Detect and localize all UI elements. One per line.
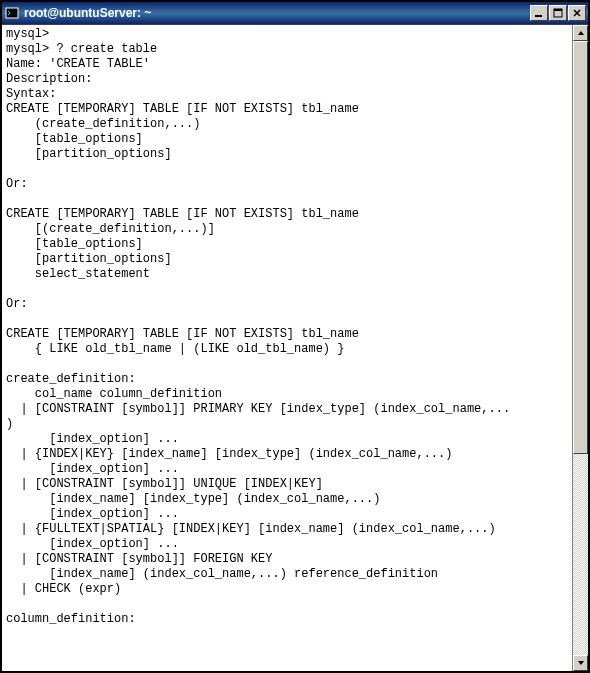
svg-rect-1 [7,9,17,17]
maximize-button[interactable] [549,5,567,21]
window-controls [530,5,586,21]
title-bar: root@ubuntuServer: ~ [2,2,588,24]
window-title: root@ubuntuServer: ~ [24,6,530,20]
close-button[interactable] [568,5,586,21]
svg-rect-4 [554,9,562,11]
client-area: mysql> mysql> ? create table Name: 'CREA… [2,24,588,671]
scroll-track[interactable] [573,41,588,655]
scroll-up-button[interactable] [573,25,588,41]
minimize-button[interactable] [530,5,548,21]
vertical-scrollbar[interactable] [572,25,588,671]
terminal-output[interactable]: mysql> mysql> ? create table Name: 'CREA… [2,25,572,671]
scroll-down-button[interactable] [573,655,588,671]
app-icon [4,5,20,21]
window-frame: root@ubuntuServer: ~ mysql> mysql> ? cre… [2,2,588,671]
svg-rect-2 [535,15,542,17]
scroll-thumb[interactable] [573,41,588,454]
